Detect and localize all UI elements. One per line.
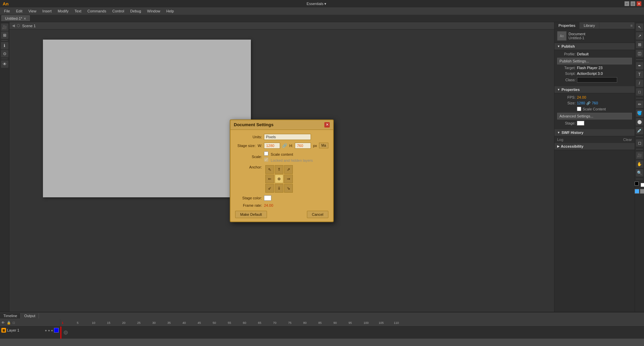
frame-rate-label: Frame rate: (235, 203, 262, 207)
scale-content-checkbox[interactable] (264, 151, 268, 156)
pen-tool[interactable]: ✒ (636, 62, 643, 69)
menu-insert[interactable]: Insert (40, 8, 54, 14)
menu-control[interactable]: Control (110, 8, 127, 14)
locked-layers-checkbox[interactable] (264, 157, 268, 162)
restore-button[interactable]: □ (631, 1, 635, 6)
library-tab[interactable]: Library (580, 22, 599, 29)
stage-color-picker[interactable] (264, 195, 271, 201)
minimize-button[interactable]: − (625, 1, 629, 6)
swf-history-header[interactable]: ▼ SWF History (554, 129, 635, 136)
publish-section-header[interactable]: ▼ Publish (554, 43, 635, 50)
menu-edit[interactable]: Edit (13, 8, 25, 14)
stage-color-swatch[interactable] (577, 121, 584, 126)
document-tab[interactable]: Untitled-1* ✕ (1, 15, 30, 21)
swf-clear-button[interactable]: Clear (623, 138, 632, 142)
grid-icon[interactable]: ⊞ (1, 32, 8, 39)
publish-settings-button[interactable]: Publish Settings... (557, 58, 632, 64)
ink-bottle-tool[interactable]: ⬤ (636, 118, 643, 126)
properties-tab[interactable]: Properties (554, 22, 580, 29)
advanced-settings-button[interactable]: Advanced Settings... (557, 113, 632, 119)
gradient-tool[interactable]: ◫ (636, 50, 643, 57)
timeline-body: 👁 🔒 □ ▦ Layer 1 ● ● ● 1 5 10 15 20 25 3 (0, 319, 644, 339)
menu-help[interactable]: Help (164, 8, 177, 14)
hand-tool[interactable]: ✋ (636, 160, 643, 168)
frame-num-25: 25 (137, 321, 152, 325)
eye-icon[interactable]: 👁 (1, 60, 8, 68)
output-tab[interactable]: Output (21, 313, 39, 318)
anchor-bot-center[interactable]: ⇓ (275, 184, 283, 193)
scene-back-icon[interactable]: ◀ (12, 23, 15, 28)
publish-section: ▼ Publish Profile: Default Publish Setti… (554, 43, 635, 86)
menu-commands[interactable]: Commands (85, 8, 109, 14)
frame-num-105: 105 (379, 321, 394, 325)
text-tool[interactable]: T (636, 71, 643, 78)
menu-window[interactable]: Window (145, 8, 163, 14)
anchor-top-left[interactable]: ⇖ (265, 165, 274, 174)
scene-name: Scene 1 (22, 24, 36, 28)
frame-num-5: 5 (77, 321, 92, 325)
info-icon[interactable]: ℹ (1, 42, 8, 49)
eyedropper-tool[interactable]: 💉 (636, 127, 643, 134)
locked-layers-label: Locked and hidden layers (271, 158, 313, 162)
accessibility-header[interactable]: ▶ Accessibility (554, 143, 635, 150)
dialog-close-button[interactable]: ✕ (324, 122, 330, 128)
paint-bucket-tool[interactable]: 🪣 (636, 109, 643, 117)
units-input[interactable] (264, 134, 311, 140)
cancel-button[interactable]: Cancel (307, 211, 328, 218)
accessibility-arrow-icon: ▶ (557, 145, 559, 148)
swf-arrow-icon: ▼ (557, 131, 560, 134)
frame-track[interactable] (60, 327, 644, 339)
camera-tool[interactable]: 🎥 (636, 152, 643, 159)
blue-swatch[interactable] (635, 189, 639, 194)
rect-tool[interactable]: □ (636, 88, 643, 96)
anchor-bot-right[interactable]: ⇘ (284, 184, 293, 193)
scale-content-props-checkbox[interactable] (577, 107, 581, 111)
left-toolbar: 🎥 ⊞ ℹ ⊙ 👁 (0, 22, 9, 312)
layer-lock-ctrl[interactable]: ● (48, 329, 50, 332)
timeline-tab[interactable]: Timeline (0, 313, 21, 318)
anchor-top-center[interactable]: ⇑ (275, 165, 283, 174)
frame-num-15: 15 (107, 321, 122, 325)
make-default-button[interactable]: Make Default (235, 211, 267, 218)
menu-debug[interactable]: Debug (127, 8, 144, 14)
transform-icon[interactable]: ⊙ (1, 50, 8, 57)
menu-view[interactable]: View (26, 8, 39, 14)
stroke-color[interactable] (635, 182, 639, 186)
size-link-icon: 🔗 (586, 101, 590, 105)
frame-num-90: 90 (333, 321, 348, 325)
stage-height-input[interactable] (295, 143, 311, 149)
layer-box-ctrl[interactable]: ● (51, 329, 53, 332)
stage-width-input[interactable] (264, 143, 280, 149)
tab-close-icon[interactable]: ✕ (23, 17, 26, 20)
close-button[interactable]: ✕ (637, 1, 641, 6)
anchor-center[interactable]: ⊕ (275, 175, 283, 183)
select-tool[interactable]: ↖ (636, 23, 643, 31)
workspace-selector[interactable]: Essentials ▾ (307, 2, 326, 6)
stage-color-row-props: Stage: (557, 121, 632, 126)
gray-swatch[interactable] (640, 189, 644, 194)
dialog-footer: Make Default Cancel (235, 211, 328, 218)
subselect-tool[interactable]: ↗ (636, 32, 643, 40)
panel-collapse-icon[interactable]: ≡ (629, 22, 635, 29)
target-value: Flash Player 23 (577, 66, 602, 70)
anchor-mid-left[interactable]: ⇐ (265, 175, 274, 183)
anchor-mid-right[interactable]: ⇒ (284, 175, 293, 183)
properties-label: Properties (561, 88, 580, 92)
pencil-tool[interactable]: ✏ (636, 101, 643, 108)
zoom-tool[interactable]: 🔍 (636, 169, 643, 177)
properties-section-header[interactable]: ▼ Properties (554, 86, 635, 93)
layer-eye-ctrl[interactable]: ● (45, 329, 47, 332)
fill-color[interactable] (641, 183, 644, 187)
menu-modify[interactable]: Modify (55, 8, 71, 14)
menu-file[interactable]: File (1, 8, 13, 14)
anchor-bot-left[interactable]: ⇙ (265, 184, 274, 193)
line-tool[interactable]: / (636, 80, 643, 87)
match-button[interactable]: Ma (319, 143, 328, 148)
frame-num-1: 1 (62, 321, 77, 325)
free-transform-tool[interactable]: ⊞ (636, 41, 643, 48)
camera-icon[interactable]: 🎥 (1, 23, 8, 31)
eraser-tool[interactable]: ◻ (636, 139, 643, 147)
anchor-top-right[interactable]: ⇗ (284, 165, 293, 174)
class-input[interactable] (577, 77, 617, 83)
menu-text[interactable]: Text (72, 8, 84, 14)
